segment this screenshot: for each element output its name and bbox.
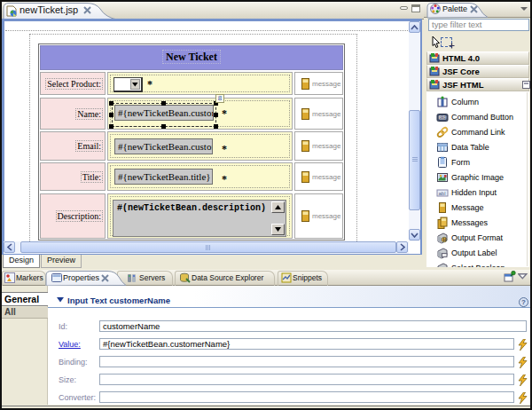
svg-text:H: H <box>443 237 447 242</box>
svg-text:okd: okd <box>440 114 447 119</box>
svg-text:abl: abl <box>439 190 446 195</box>
